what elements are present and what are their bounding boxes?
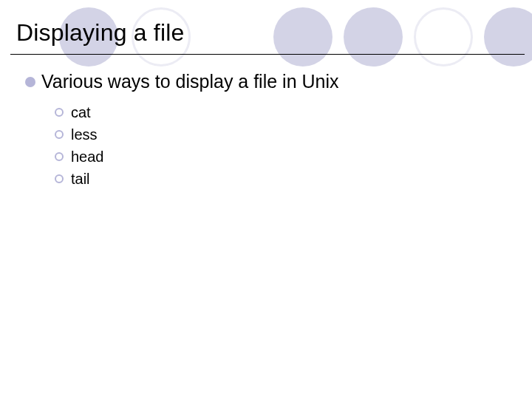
- bullet-level1: Various ways to display a file in Unix: [25, 71, 532, 92]
- bullet-level2: head: [55, 146, 532, 168]
- bullet-level2: cat: [55, 101, 532, 123]
- list-item-label: tail: [71, 168, 90, 190]
- list-item-label: head: [71, 146, 104, 168]
- list-item-label: less: [71, 123, 98, 146]
- bullet-ring-icon: [55, 152, 64, 161]
- bullet-heading: Various ways to display a file in Unix: [41, 71, 339, 92]
- list-item-label: cat: [71, 101, 91, 123]
- bullet-ring-icon: [55, 174, 64, 183]
- bullet-level2: less: [55, 123, 532, 146]
- bullet-ring-icon: [55, 108, 64, 117]
- bullet-disc-icon: [25, 77, 35, 87]
- slide-title: Displaying a file: [0, 0, 532, 54]
- bullet-level2: tail: [55, 168, 532, 190]
- bullet-ring-icon: [55, 130, 64, 139]
